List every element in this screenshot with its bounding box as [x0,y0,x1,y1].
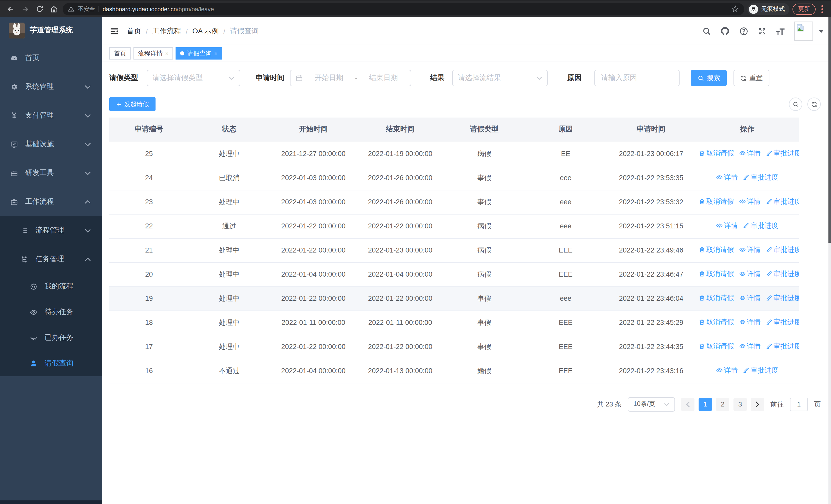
sidebar-item-payment-mgmt[interactable]: 支付管理 [0,101,102,130]
close-icon[interactable]: × [214,50,218,56]
sidebar-logo-row[interactable]: 芋道管理系统 [0,17,102,43]
eye-off-icon [30,334,37,342]
progress-action-link[interactable]: 审批进度 [743,221,778,231]
search-button[interactable]: 搜索 [691,70,727,86]
sidebar-collapse-icon[interactable] [109,26,120,36]
create-leave-button[interactable]: 发起请假 [109,97,155,111]
fullscreen-icon[interactable] [757,26,767,36]
bookmark-star-icon[interactable] [732,5,739,13]
detail-action-link[interactable]: 详情 [716,173,738,182]
progress-action-link[interactable]: 审批进度 [766,294,799,303]
table-row[interactable]: 22通过2022-01-22 00:00:002022-01-22 00:00:… [109,214,799,238]
close-icon[interactable]: × [165,50,169,56]
apply-time-range[interactable]: 开始日期 - 结束日期 [290,70,411,86]
table-row[interactable]: 18处理中2022-01-11 00:00:002022-01-11 00:00… [109,310,799,335]
cancel-action-link[interactable]: 取消请假 [698,342,734,351]
search-icon[interactable] [701,26,711,36]
reset-button[interactable]: 重置 [734,70,769,86]
table-row[interactable]: 25处理中2021-12-27 00:00:002022-01-19 00:00… [109,142,799,166]
table-row[interactable]: 17处理中2022-01-22 00:00:002022-01-22 00:00… [109,335,799,359]
detail-action-link[interactable]: 详情 [739,318,761,327]
forward-icon[interactable] [20,3,31,14]
avatar-caret-icon[interactable] [819,30,824,33]
font-size-icon[interactable] [776,26,785,36]
table-row[interactable]: 16不通过2022-01-04 00:00:002022-01-13 00:00… [109,359,799,383]
detail-action-link[interactable]: 详情 [716,366,738,375]
breadcrumb-item[interactable]: 工作流程 [152,26,181,36]
cancel-action-link[interactable]: 取消请假 [698,197,734,206]
detail-action-link[interactable]: 详情 [739,342,761,351]
next-page-button[interactable] [751,397,764,411]
goto-page-input[interactable]: 1 [790,397,808,411]
eye-icon [30,308,37,316]
progress-action-link[interactable]: 审批进度 [766,342,799,351]
cancel-action-link[interactable]: 取消请假 [698,149,734,158]
page-button-3[interactable]: 3 [734,397,747,411]
reload-icon[interactable] [34,3,45,14]
table-row[interactable]: 20处理中2022-01-04 00:00:002022-01-04 00:00… [109,262,799,287]
help-icon[interactable] [739,26,748,36]
update-button[interactable]: 更新 [793,3,815,14]
sidebar-item-done-tasks[interactable]: 已办任务 [0,325,102,351]
reason-input[interactable]: 请输入原因 [594,70,680,86]
breadcrumb-item[interactable]: 首页 [127,26,141,36]
detail-action-link[interactable]: 详情 [739,149,761,158]
github-icon[interactable] [720,26,730,36]
table-row[interactable]: 24已取消2022-01-03 00:00:002022-01-26 00:00… [109,166,799,190]
sidebar-item-task-mgmt[interactable]: 任务管理 [0,245,102,273]
sidebar-item-dev-tools[interactable]: 研发工具 [0,158,102,187]
progress-action-link[interactable]: 审批进度 [766,269,799,279]
user-icon [30,359,37,367]
cancel-action-link[interactable]: 取消请假 [698,318,734,327]
gear-icon [10,83,18,91]
table-row[interactable]: 19处理中2022-01-22 00:00:002022-01-22 00:00… [109,287,799,310]
page-button-2[interactable]: 2 [716,397,729,411]
page-size-select[interactable]: 10条/页 [628,397,675,411]
scrollbar-thumb[interactable] [828,17,831,243]
sidebar-item-infrastructure[interactable]: 基础设施 [0,130,102,158]
sidebar-item-home[interactable]: 首页 [0,43,102,72]
show-search-button[interactable] [789,97,802,111]
detail-action-link[interactable]: 详情 [739,197,761,206]
sidebar-item-workflow[interactable]: 工作流程 [0,187,102,216]
tab-home[interactable]: 首页 [109,47,131,60]
apply-time-label: 申请时间 [256,73,284,83]
cancel-action-link[interactable]: 取消请假 [698,245,734,255]
back-icon[interactable] [5,3,17,14]
tab-process-detail[interactable]: 流程详情× [134,47,173,60]
progress-action-link[interactable]: 审批进度 [743,366,778,375]
cell-status: 处理中 [189,262,270,287]
detail-action-link[interactable]: 详情 [739,245,761,255]
detail-action-link[interactable]: 详情 [716,221,738,231]
leave-type-select[interactable]: 请选择请假类型 [147,70,240,86]
progress-action-link[interactable]: 审批进度 [766,318,799,327]
sidebar-item-todo-tasks[interactable]: 待办任务 [0,299,102,325]
browser-menu-icon[interactable] [819,5,826,13]
progress-action-link[interactable]: 审批进度 [743,173,778,182]
detail-action-link[interactable]: 详情 [739,294,761,303]
prev-page-button[interactable] [681,397,694,411]
detail-eye-icon [739,343,746,350]
cancel-action-link[interactable]: 取消请假 [698,269,734,279]
progress-action-link[interactable]: 审批进度 [766,245,799,255]
home-icon[interactable] [48,3,60,14]
result-select[interactable]: 请选择流结果 [452,70,548,86]
refresh-table-button[interactable] [807,97,821,111]
cancel-action-link[interactable]: 取消请假 [698,294,734,303]
progress-action-link[interactable]: 审批进度 [766,149,799,158]
url-bar[interactable]: 不安全 dashboard.yudao.iocoder.cn/bpm/oa/le… [63,3,744,15]
chevron-down-icon [85,142,91,146]
sidebar-item-my-process[interactable]: 我的流程 [0,273,102,299]
sidebar-item-process-mgmt[interactable]: 流程管理 [0,216,102,245]
page-button-1[interactable]: 1 [698,397,712,411]
avatar[interactable] [794,22,813,40]
sidebar-item-system-mgmt[interactable]: 系统管理 [0,72,102,101]
progress-action-link[interactable]: 审批进度 [766,197,799,206]
detail-action-link[interactable]: 详情 [739,269,761,279]
table-row[interactable]: 21处理中2022-01-22 00:00:002022-01-23 00:00… [109,238,799,262]
breadcrumb-item[interactable]: OA 示例 [193,26,219,36]
vertical-scrollbar[interactable] [828,17,831,504]
sidebar-item-leave-query[interactable]: 请假查询 [0,351,102,376]
tab-leave-query[interactable]: 请假查询× [176,47,222,60]
table-row[interactable]: 23处理中2022-01-03 00:00:002022-01-26 00:00… [109,190,799,214]
